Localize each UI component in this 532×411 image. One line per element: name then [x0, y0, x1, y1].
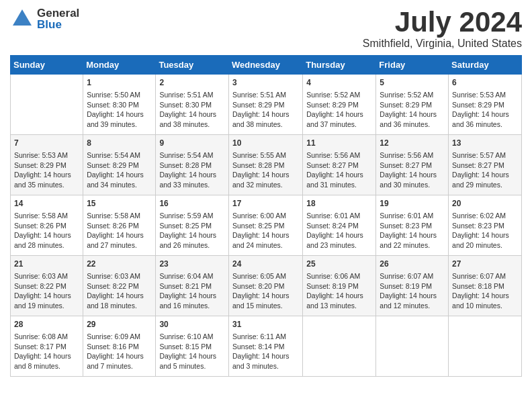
sunset-text: Sunset: 8:29 PM: [306, 101, 359, 109]
day-number: 22: [87, 259, 152, 270]
calendar-cell: [449, 316, 522, 377]
sunset-text: Sunset: 8:25 PM: [232, 222, 285, 230]
sunrise-text: Sunrise: 6:06 AM: [306, 272, 360, 280]
daylight-text: Daylight: 14 hours and 33 minutes.: [159, 171, 216, 189]
day-number: 15: [87, 198, 152, 210]
daylight-text: Daylight: 14 hours and 31 minutes.: [306, 171, 363, 189]
calendar-cell: 2Sunrise: 5:51 AMSunset: 8:30 PMDaylight…: [156, 75, 229, 135]
day-number: 24: [232, 259, 299, 270]
day-number: 4: [306, 77, 372, 89]
day-number: 31: [232, 319, 299, 330]
sunrise-text: Sunrise: 5:53 AM: [14, 151, 68, 159]
main-title: July 2024: [363, 7, 522, 38]
col-header-monday: Monday: [83, 56, 156, 75]
sunrise-text: Sunrise: 5:57 AM: [452, 151, 506, 159]
calendar-week-row: 14Sunrise: 5:58 AMSunset: 8:26 PMDayligh…: [11, 195, 522, 256]
day-number: 8: [87, 138, 152, 149]
calendar-cell: 22Sunrise: 6:03 AMSunset: 8:22 PMDayligh…: [83, 256, 156, 316]
sunrise-text: Sunrise: 5:58 AM: [87, 212, 140, 220]
sunset-text: Sunset: 8:27 PM: [452, 161, 504, 169]
sunrise-text: Sunrise: 5:53 AM: [452, 91, 506, 99]
sunrise-text: Sunrise: 6:03 AM: [14, 272, 68, 280]
daylight-text: Daylight: 14 hours and 7 minutes.: [87, 352, 144, 370]
sunset-text: Sunset: 8:29 PM: [14, 161, 66, 169]
sunrise-text: Sunrise: 5:50 AM: [87, 91, 140, 99]
day-number: 5: [380, 77, 445, 89]
daylight-text: Daylight: 14 hours and 28 minutes.: [14, 231, 71, 249]
header: General Blue July 2024 Smithfield, Virgi…: [10, 7, 522, 50]
col-header-thursday: Thursday: [303, 56, 376, 75]
sunset-text: Sunset: 8:23 PM: [452, 222, 504, 230]
daylight-text: Daylight: 14 hours and 32 minutes.: [232, 171, 290, 189]
calendar-cell: 23Sunrise: 6:04 AMSunset: 8:21 PMDayligh…: [156, 256, 229, 316]
day-number: 6: [452, 77, 518, 89]
calendar-cell: 6Sunrise: 5:53 AMSunset: 8:29 PMDaylight…: [449, 75, 522, 135]
daylight-text: Daylight: 14 hours and 24 minutes.: [232, 231, 290, 249]
sunset-text: Sunset: 8:19 PM: [380, 282, 432, 290]
daylight-text: Daylight: 14 hours and 38 minutes.: [159, 110, 216, 128]
day-number: 29: [87, 319, 152, 330]
calendar-cell: 21Sunrise: 6:03 AMSunset: 8:22 PMDayligh…: [11, 256, 83, 316]
svg-marker-0: [13, 9, 32, 26]
day-number: 28: [14, 319, 79, 330]
sunset-text: Sunset: 8:14 PM: [232, 342, 285, 351]
sunset-text: Sunset: 8:29 PM: [232, 101, 285, 109]
daylight-text: Daylight: 14 hours and 29 minutes.: [452, 171, 509, 189]
calendar-cell: 18Sunrise: 6:01 AMSunset: 8:24 PMDayligh…: [303, 195, 376, 256]
daylight-text: Daylight: 14 hours and 30 minutes.: [380, 171, 437, 189]
daylight-text: Daylight: 14 hours and 36 minutes.: [452, 110, 509, 128]
sunrise-text: Sunrise: 5:54 AM: [159, 151, 213, 159]
sunset-text: Sunset: 8:27 PM: [306, 161, 359, 169]
subtitle: Smithfield, Virginia, United States: [363, 38, 522, 50]
calendar-cell: [11, 75, 83, 135]
calendar-cell: 27Sunrise: 6:07 AMSunset: 8:18 PMDayligh…: [449, 256, 522, 316]
daylight-text: Daylight: 14 hours and 27 minutes.: [87, 231, 144, 249]
calendar-week-row: 1Sunrise: 5:50 AMSunset: 8:30 PMDaylight…: [11, 75, 522, 135]
sunrise-text: Sunrise: 6:09 AM: [87, 332, 140, 340]
sunrise-text: Sunrise: 5:52 AM: [306, 91, 360, 99]
calendar-cell: 1Sunrise: 5:50 AMSunset: 8:30 PMDaylight…: [83, 75, 156, 135]
sunrise-text: Sunrise: 6:11 AM: [232, 332, 286, 340]
sunrise-text: Sunrise: 5:56 AM: [380, 151, 433, 159]
sunrise-text: Sunrise: 6:08 AM: [14, 332, 68, 340]
title-section: July 2024 Smithfield, Virginia, United S…: [363, 7, 522, 50]
calendar-cell: 5Sunrise: 5:52 AMSunset: 8:29 PMDaylight…: [376, 75, 449, 135]
sunrise-text: Sunrise: 6:03 AM: [87, 272, 140, 280]
calendar-cell: 14Sunrise: 5:58 AMSunset: 8:26 PMDayligh…: [11, 195, 83, 256]
day-number: 14: [14, 198, 79, 210]
calendar-cell: 8Sunrise: 5:54 AMSunset: 8:29 PMDaylight…: [83, 135, 156, 195]
daylight-text: Daylight: 14 hours and 18 minutes.: [87, 291, 144, 310]
calendar-header-row: SundayMondayTuesdayWednesdayThursdayFrid…: [11, 56, 522, 75]
logo-text: General Blue: [37, 7, 79, 30]
sunrise-text: Sunrise: 6:07 AM: [452, 272, 506, 280]
logo-icon: [10, 7, 34, 31]
calendar-cell: 29Sunrise: 6:09 AMSunset: 8:16 PMDayligh…: [83, 316, 156, 377]
calendar-cell: 11Sunrise: 5:56 AMSunset: 8:27 PMDayligh…: [303, 135, 376, 195]
logo: General Blue: [10, 7, 79, 31]
day-number: 19: [380, 198, 445, 210]
sunset-text: Sunset: 8:28 PM: [232, 161, 285, 169]
sunset-text: Sunset: 8:25 PM: [159, 222, 212, 230]
sunset-text: Sunset: 8:30 PM: [159, 101, 212, 109]
day-number: 23: [159, 259, 225, 270]
sunrise-text: Sunrise: 5:51 AM: [159, 91, 213, 99]
calendar-cell: 3Sunrise: 5:51 AMSunset: 8:29 PMDaylight…: [228, 75, 302, 135]
calendar-week-row: 28Sunrise: 6:08 AMSunset: 8:17 PMDayligh…: [11, 316, 522, 377]
day-number: 1: [87, 77, 152, 89]
day-number: 3: [232, 77, 299, 89]
logo-blue: Blue: [37, 19, 79, 30]
sunset-text: Sunset: 8:21 PM: [159, 282, 212, 290]
calendar-cell: [376, 316, 449, 377]
sunset-text: Sunset: 8:30 PM: [87, 101, 139, 109]
daylight-text: Daylight: 14 hours and 38 minutes.: [232, 110, 290, 128]
calendar-cell: 13Sunrise: 5:57 AMSunset: 8:27 PMDayligh…: [449, 135, 522, 195]
sunrise-text: Sunrise: 6:01 AM: [380, 212, 433, 220]
day-number: 26: [380, 259, 445, 270]
calendar-cell: 7Sunrise: 5:53 AMSunset: 8:29 PMDaylight…: [11, 135, 83, 195]
day-number: 7: [14, 138, 79, 149]
sunset-text: Sunset: 8:26 PM: [14, 222, 66, 230]
sunset-text: Sunset: 8:15 PM: [159, 342, 212, 351]
daylight-text: Daylight: 14 hours and 36 minutes.: [380, 110, 437, 128]
sunset-text: Sunset: 8:20 PM: [232, 282, 285, 290]
calendar-cell: 31Sunrise: 6:11 AMSunset: 8:14 PMDayligh…: [228, 316, 302, 377]
